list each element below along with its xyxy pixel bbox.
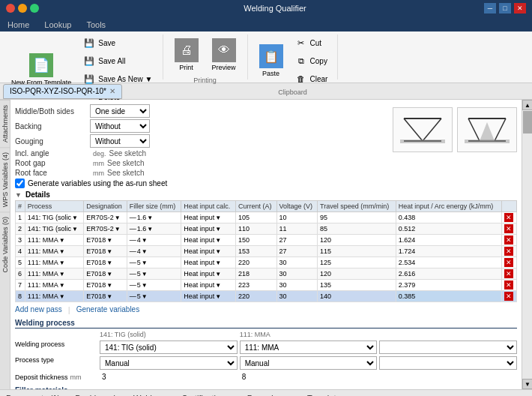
cell-voltage[interactable]: 30 (276, 291, 317, 302)
sidedness-select[interactable]: One side Both sides (90, 104, 150, 118)
bottom-tab-templates[interactable]: Templates (304, 392, 348, 397)
tab-home[interactable]: Home (0, 18, 37, 32)
cell-arc[interactable] (396, 257, 501, 268)
cell-designation[interactable]: ER70S-2▼ (84, 212, 127, 224)
cell-process[interactable]: 111: MMA▼ (25, 246, 83, 257)
cell-delete[interactable]: ✕ (501, 212, 516, 224)
cell-filler[interactable]: —4▼ (127, 246, 181, 257)
cell-process[interactable]: 111: MMA▼ (25, 280, 83, 291)
cell-designation[interactable]: E7018▼ (84, 291, 127, 302)
scroll-up-button[interactable]: ▲ (522, 100, 532, 110)
cell-heat-input[interactable]: Heat input▼ (181, 224, 236, 235)
cell-delete[interactable]: ✕ (501, 268, 516, 280)
right-scrollbar[interactable]: ▲ ▼ (522, 100, 532, 389)
cell-process[interactable]: 111: MMA▼ (25, 291, 83, 302)
arc-input[interactable] (399, 292, 432, 300)
cell-current[interactable]: 220 (236, 257, 276, 268)
bottom-tab-welders[interactable]: Welders (130, 392, 166, 397)
cell-filler[interactable]: —5▼ (127, 280, 181, 291)
delete-row-button[interactable]: ✕ (504, 247, 513, 256)
arc-input[interactable] (399, 236, 432, 244)
cell-current[interactable]: 105 (236, 212, 276, 224)
tab-tools[interactable]: Tools (79, 18, 113, 32)
cell-arc[interactable] (396, 268, 501, 280)
close-button[interactable]: ✕ (514, 3, 526, 14)
cell-process[interactable]: 111: MMA▼ (25, 235, 83, 246)
arc-input[interactable] (399, 248, 432, 255)
scroll-track[interactable] (522, 110, 532, 379)
cell-voltage[interactable]: 30 (276, 280, 317, 291)
cell-filler[interactable]: —5▼ (127, 268, 181, 280)
table-row[interactable]: 2 141: TIG (solic▼ ER70S-2▼ —1.6▼ Heat i… (16, 224, 517, 235)
cell-current[interactable]: 218 (236, 268, 276, 280)
cell-filler[interactable]: —5▼ (127, 257, 181, 268)
cell-current[interactable]: 153 (236, 246, 276, 257)
table-row[interactable]: 6 111: MMA▼ E7018▼ —5▼ Heat input▼ 218 3… (16, 268, 517, 280)
wp-process-type3-select[interactable] (379, 356, 517, 370)
backing-select[interactable]: Without With (90, 119, 150, 133)
clear-button[interactable]: 🗑 Clear (291, 70, 332, 87)
scroll-down-button[interactable]: ▼ (522, 379, 532, 389)
table-row[interactable]: 5 111: MMA▼ E7018▼ —5▼ Heat input▼ 220 3… (16, 257, 517, 268)
table-row[interactable]: 4 111: MMA▼ E7018▼ —4▼ Heat input▼ 153 2… (16, 246, 517, 257)
cell-process[interactable]: 141: TIG (solic▼ (25, 212, 83, 224)
cell-process[interactable]: 141: TIG (solic▼ (25, 224, 83, 235)
delete-row-button[interactable]: ✕ (504, 213, 513, 222)
cell-voltage[interactable]: 10 (276, 212, 317, 224)
sidebar-item-attachments[interactable]: Attachments (0, 100, 10, 147)
table-row[interactable]: 3 111: MMA▼ E7018▼ —4▼ Heat input▼ 150 2… (16, 235, 517, 246)
cell-travel[interactable]: 95 (317, 212, 396, 224)
delete-row-button[interactable]: ✕ (504, 224, 513, 233)
maximize-button[interactable]: □ (499, 3, 511, 14)
cell-voltage[interactable]: 27 (276, 246, 317, 257)
cell-designation[interactable]: E7018▼ (84, 280, 127, 291)
arc-input[interactable] (399, 225, 432, 232)
doc-tab-close[interactable]: ✕ (109, 87, 115, 95)
cell-travel[interactable]: 135 (317, 280, 396, 291)
cell-delete[interactable]: ✕ (501, 291, 516, 302)
cell-current[interactable]: 223 (236, 280, 276, 291)
cell-current[interactable]: 220 (236, 291, 276, 302)
wp-process-type1-select[interactable]: Manual (100, 356, 238, 370)
cell-filler[interactable]: —1.6▼ (127, 212, 181, 224)
cell-travel[interactable]: 85 (317, 224, 396, 235)
bottom-tab-more[interactable]: ••• (360, 392, 375, 397)
save-all-button[interactable]: 💾 Save All (79, 52, 156, 69)
bottom-tab-documents[interactable]: Documents (1) (6, 394, 60, 397)
cell-filler[interactable]: —4▼ (127, 235, 181, 246)
cell-filler[interactable]: —5▼ (127, 291, 181, 302)
delete-row-button[interactable]: ✕ (504, 292, 513, 301)
cell-heat-input[interactable]: Heat input▼ (181, 257, 236, 268)
cell-designation[interactable]: E7018▼ (84, 257, 127, 268)
cell-heat-input[interactable]: Heat input▼ (181, 235, 236, 246)
table-row[interactable]: 7 111: MMA▼ E7018▼ —5▼ Heat input▼ 223 3… (16, 280, 517, 291)
cell-arc[interactable] (396, 224, 501, 235)
cell-travel[interactable]: 125 (317, 257, 396, 268)
cell-delete[interactable]: ✕ (501, 246, 516, 257)
cell-designation[interactable]: E7018▼ (84, 268, 127, 280)
document-tab[interactable]: ISO-PQR-XYZ-ISO-PQR-10* ✕ (3, 84, 122, 99)
cell-arc[interactable] (396, 246, 501, 257)
wp-process2-select[interactable]: 111: MMA (240, 340, 378, 354)
arc-input[interactable] (399, 214, 432, 221)
cell-voltage[interactable]: 27 (276, 235, 317, 246)
minimize-button[interactable]: ─ (484, 3, 496, 14)
save-button[interactable]: 💾 Save (79, 34, 156, 51)
cell-voltage[interactable]: 11 (276, 224, 317, 235)
cell-travel[interactable]: 115 (317, 246, 396, 257)
generate-variables-checkbox[interactable] (15, 178, 25, 188)
delete-row-button[interactable]: ✕ (504, 269, 513, 278)
wp-process1-select[interactable]: 141: TIG (solid) (100, 340, 238, 354)
copy-button[interactable]: ⧉ Copy (291, 52, 332, 69)
cell-current[interactable]: 150 (236, 235, 276, 246)
generate-variables-link[interactable]: Generate variables (76, 305, 140, 314)
sidebar-item-wps-variables[interactable]: WPS Variables (4) (0, 147, 10, 212)
cell-arc[interactable] (396, 291, 501, 302)
cut-button[interactable]: ✂ Cut (291, 34, 332, 51)
cell-designation[interactable]: E7018▼ (84, 246, 127, 257)
details-collapse-icon[interactable]: ▼ (15, 191, 22, 199)
cell-arc[interactable] (396, 212, 501, 224)
cell-travel[interactable]: 140 (317, 291, 396, 302)
arc-input[interactable] (399, 259, 432, 266)
cell-heat-input[interactable]: Heat input▼ (181, 212, 236, 224)
